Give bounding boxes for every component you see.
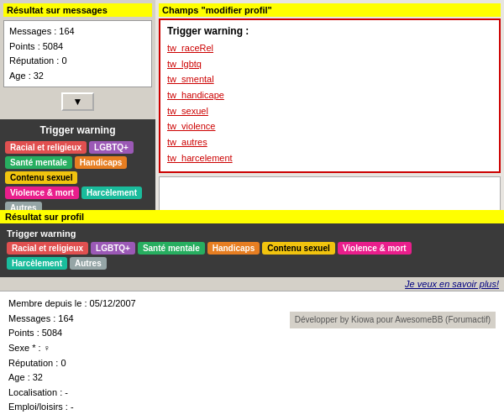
- tag-harcelement: Harcèlement: [81, 186, 142, 199]
- tag-racial: Racial et religieux: [5, 141, 87, 154]
- localisation-value: -: [65, 387, 68, 397]
- localisation-label: Localisation :: [8, 387, 62, 397]
- link-tw-harcelement[interactable]: tw_harcelement: [167, 150, 492, 166]
- sexe-value: ♀: [44, 343, 50, 353]
- link-tw-smental[interactable]: tw_smental: [167, 71, 492, 87]
- btag-autres: Autres: [70, 257, 107, 270]
- profil-age-value: 32: [33, 372, 43, 382]
- btag-sante: Santé mentale: [138, 242, 205, 255]
- resultat-profil-header: Résultat sur profil: [0, 210, 504, 223]
- link-tw-lgbtq[interactable]: tw_lgbtq: [167, 56, 492, 72]
- bottom-section: Résultat sur profil Trigger warning Raci…: [0, 210, 504, 420]
- points-label: Points :: [9, 41, 40, 51]
- messages-value: 164: [59, 26, 74, 36]
- btag-contenu: Contenu sexuel: [262, 242, 334, 255]
- btag-racial: Racial et religieux: [7, 242, 88, 255]
- footer-text: Développer by Kiowa pour AwesomeBB (Foru…: [290, 312, 496, 328]
- btag-handicaps: Handicaps: [207, 242, 260, 255]
- age-value: 32: [34, 71, 44, 81]
- modifier-profil-box: Trigger warning : tw_raceRel tw_lgbtq tw…: [159, 18, 501, 173]
- profil-messages-label: Messages :: [8, 313, 55, 323]
- btag-violence: Violence & mort: [338, 242, 412, 255]
- reputation-label: Réputation :: [9, 55, 59, 66]
- link-tw-violence[interactable]: tw_violence: [167, 118, 492, 134]
- trigger-warning-label-right: Trigger warning :: [167, 25, 492, 37]
- profil-dark-box: Trigger warning Racial et religieux LGBT…: [0, 223, 504, 277]
- tag-handicaps: Handicaps: [75, 156, 128, 169]
- learn-more-link[interactable]: Je veux en savoir plus!: [0, 277, 504, 291]
- bottom-tags-row2: Harcèlement Autres: [7, 257, 497, 270]
- profil-points-value: 5084: [42, 328, 62, 338]
- trigger-warning-title-left: Trigger warning: [5, 124, 150, 136]
- messages-label: Messages :: [9, 26, 56, 36]
- emploi-value: -: [71, 402, 74, 412]
- resultat-messages-header: Résultat sur messages: [3, 3, 152, 17]
- learn-more-anchor[interactable]: Je veux en savoir plus!: [405, 279, 499, 289]
- btag-lgbtq: LGBTQ+: [91, 242, 135, 255]
- tag-sante: Santé mentale: [5, 156, 72, 169]
- tag-contenu: Contenu sexuel: [5, 171, 77, 184]
- age-label: Age :: [9, 71, 31, 81]
- points-value: 5084: [43, 41, 63, 51]
- link-tw-sexuel[interactable]: tw_sexuel: [167, 103, 492, 119]
- sexe-label: Sexe * :: [8, 343, 41, 353]
- profil-info-box: Membre depuis le : 05/12/2007 Messages :…: [0, 291, 504, 420]
- link-tw-autres[interactable]: tw_autres: [167, 134, 492, 150]
- btag-harcelement: Harcèlement: [7, 257, 67, 270]
- link-tw-racerel[interactable]: tw_raceRel: [167, 40, 492, 56]
- profil-messages-value: 164: [58, 313, 73, 323]
- membre-value: 05/12/2007: [90, 298, 136, 308]
- profil-rep-label: Réputation :: [8, 358, 58, 368]
- champs-header: Champs "modifier profil": [159, 3, 501, 17]
- profil-age-label: Age :: [8, 372, 30, 382]
- tag-violence: Violence & mort: [5, 186, 79, 199]
- profil-rep-value: 0: [60, 358, 66, 368]
- trigger-warning-title-bottom: Trigger warning: [7, 228, 497, 239]
- emploi-label: Emploi/loisirs :: [8, 402, 68, 412]
- membre-label: Membre depuis le :: [8, 298, 87, 308]
- link-tw-handicape[interactable]: tw_handicape: [167, 87, 492, 103]
- tag-lgbtq: LGBTQ+: [89, 141, 134, 154]
- dropdown-button[interactable]: ▼: [61, 92, 95, 111]
- bottom-tags-row1: Racial et religieux LGBTQ+ Santé mentale…: [7, 242, 497, 255]
- reputation-value: 0: [61, 55, 66, 66]
- profil-points-label: Points :: [8, 328, 39, 338]
- tags-container-left: Racial et religieux LGBTQ+ Santé mentale…: [5, 141, 150, 214]
